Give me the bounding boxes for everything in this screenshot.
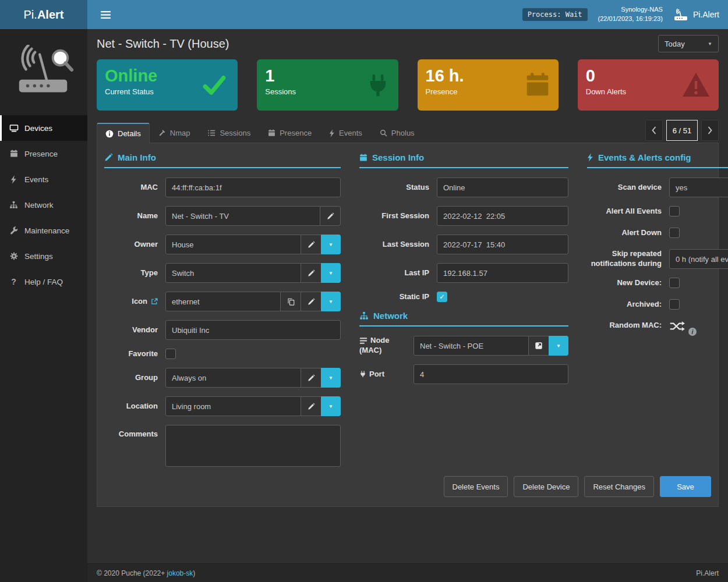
sidebar-item-help[interactable]: ? Help / FAQ bbox=[0, 269, 87, 294]
header-app-link[interactable]: Pi.Alert bbox=[673, 9, 719, 21]
tab-label: Presence bbox=[280, 129, 312, 137]
type-input[interactable] bbox=[165, 263, 301, 283]
card-current-status[interactable]: Online Current Status bbox=[97, 59, 238, 111]
events-config-header: Events & Alerts config bbox=[587, 152, 728, 168]
host-info: Synology-NAS (22/01/2023, 16:19:23) bbox=[598, 5, 663, 24]
brand-logo[interactable]: Pi.Alert bbox=[0, 0, 87, 29]
sidebar-item-events[interactable]: Events bbox=[0, 166, 87, 192]
reset-changes-button[interactable]: Reset Changes bbox=[584, 476, 654, 497]
section-title: Events & Alerts config bbox=[598, 152, 691, 162]
delete-device-button[interactable]: Delete Device bbox=[514, 476, 578, 497]
tab-events[interactable]: Events bbox=[320, 123, 371, 143]
comments-textarea[interactable] bbox=[165, 425, 341, 467]
sidebar-toggle-button[interactable] bbox=[96, 8, 115, 22]
tab-sessions[interactable]: Sessions bbox=[199, 123, 259, 143]
card-presence[interactable]: 16 h. Presence bbox=[418, 59, 559, 111]
node-dropdown-button[interactable]: ▼ bbox=[549, 336, 568, 356]
stat-cards: Online Current Status 1 Sessions 16 h. P… bbox=[97, 59, 719, 111]
tab-nmap[interactable]: Nmap bbox=[150, 123, 199, 143]
delete-events-button[interactable]: Delete Events bbox=[444, 476, 508, 497]
port-input[interactable] bbox=[414, 364, 568, 384]
footer-app-name: Pi.Alert bbox=[696, 569, 719, 577]
tab-pholus[interactable]: Pholus bbox=[371, 123, 423, 143]
shuffle-icon[interactable] bbox=[669, 321, 685, 332]
card-sessions[interactable]: 1 Sessions bbox=[257, 59, 398, 111]
sidebar-item-maintenance[interactable]: Maintenance bbox=[0, 218, 87, 243]
node-open-button[interactable] bbox=[528, 336, 549, 356]
first-session-input[interactable] bbox=[437, 206, 568, 226]
sidebar-item-network[interactable]: Network bbox=[0, 192, 87, 218]
last-ip-input[interactable] bbox=[437, 263, 568, 283]
tab-label: Pholus bbox=[391, 129, 415, 137]
mac-input[interactable] bbox=[165, 178, 341, 197]
tab-bar: Details Nmap Sessions bbox=[97, 120, 719, 143]
copy-icon bbox=[287, 298, 295, 306]
field-row-first-session: First Session bbox=[359, 206, 568, 226]
alert-all-label: Alert All Events bbox=[587, 207, 662, 217]
next-device-button[interactable] bbox=[701, 120, 719, 141]
alert-all-events-checkbox[interactable]: ✓ bbox=[669, 206, 680, 217]
status-input[interactable] bbox=[437, 178, 568, 197]
card-down-alerts[interactable]: 0 Down Alerts bbox=[578, 59, 719, 111]
field-row-type: Type ▼ bbox=[104, 263, 341, 283]
group-edit-button[interactable] bbox=[301, 368, 321, 388]
author-link[interactable]: jokob-sk bbox=[167, 569, 193, 577]
field-row-favorite: Favorite ✓ bbox=[104, 349, 341, 359]
tab-details[interactable]: Details bbox=[97, 123, 150, 143]
skip-notifications-select[interactable]: 0 h (notify all events) bbox=[669, 249, 728, 269]
info-circle-icon bbox=[105, 130, 114, 138]
prev-device-button[interactable] bbox=[645, 120, 663, 141]
type-dropdown-button[interactable]: ▼ bbox=[321, 263, 341, 283]
chevron-left-icon bbox=[652, 126, 656, 134]
icon-copy-button[interactable] bbox=[280, 292, 301, 311]
field-row-port: Port bbox=[359, 364, 568, 384]
sidebar-item-devices[interactable]: Devices bbox=[0, 115, 87, 141]
location-input[interactable] bbox=[165, 396, 301, 416]
location-dropdown-button[interactable]: ▼ bbox=[321, 396, 341, 416]
tab-presence[interactable]: Presence bbox=[259, 123, 320, 143]
last-session-input[interactable] bbox=[437, 235, 568, 254]
icon-edit-button[interactable] bbox=[301, 292, 321, 311]
tab-label: Events bbox=[339, 129, 362, 137]
scan-device-select[interactable]: yes bbox=[669, 178, 728, 197]
field-row-mac: MAC bbox=[104, 178, 341, 197]
owner-dropdown-button[interactable]: ▼ bbox=[321, 235, 341, 254]
name-input[interactable] bbox=[165, 206, 320, 226]
top-navbar: Process: Wait Synology-NAS (22/01/2023, … bbox=[87, 0, 728, 29]
new-device-checkbox[interactable]: ✓ bbox=[669, 278, 680, 288]
type-edit-button[interactable] bbox=[301, 263, 321, 283]
info-icon[interactable]: i bbox=[688, 328, 697, 336]
calendar-icon bbox=[9, 150, 19, 158]
icon-input[interactable] bbox=[165, 292, 281, 311]
sidebar-item-settings[interactable]: Settings bbox=[0, 243, 87, 269]
field-row-icon: Icon bbox=[104, 292, 341, 311]
copyright-suffix: ) bbox=[193, 569, 195, 577]
chevron-down-icon: ▼ bbox=[328, 375, 333, 381]
static-ip-checkbox[interactable]: ✓ bbox=[437, 292, 447, 302]
router-magnifier-logo bbox=[12, 45, 75, 101]
owner-edit-button[interactable] bbox=[301, 235, 321, 254]
owner-input[interactable] bbox=[165, 235, 301, 254]
archived-label: Archived: bbox=[587, 300, 662, 310]
node-input[interactable] bbox=[414, 336, 529, 356]
name-edit-button[interactable] bbox=[320, 206, 341, 226]
status-label: Status bbox=[359, 183, 429, 193]
sidebar-item-presence[interactable]: Presence bbox=[0, 141, 87, 166]
group-input[interactable] bbox=[165, 368, 301, 388]
favorite-checkbox[interactable]: ✓ bbox=[165, 349, 176, 359]
period-select[interactable]: Today ▼ bbox=[658, 35, 719, 52]
save-button[interactable]: Save bbox=[660, 476, 711, 497]
location-edit-button[interactable] bbox=[301, 396, 321, 416]
first-session-label: First Session bbox=[359, 211, 429, 221]
alert-down-label: Alert Down bbox=[587, 228, 662, 238]
group-dropdown-button[interactable]: ▼ bbox=[321, 368, 341, 388]
alert-down-checkbox[interactable]: ✓ bbox=[669, 228, 680, 238]
archived-checkbox[interactable]: ✓ bbox=[669, 299, 680, 310]
icon-dropdown-button[interactable]: ▼ bbox=[321, 292, 341, 311]
external-link-icon[interactable] bbox=[151, 298, 158, 305]
check-icon bbox=[199, 73, 229, 97]
sidebar-item-label: Devices bbox=[24, 124, 52, 133]
gear-icon bbox=[9, 252, 19, 260]
vendor-input[interactable] bbox=[165, 320, 341, 340]
field-row-owner: Owner ▼ bbox=[104, 235, 341, 254]
